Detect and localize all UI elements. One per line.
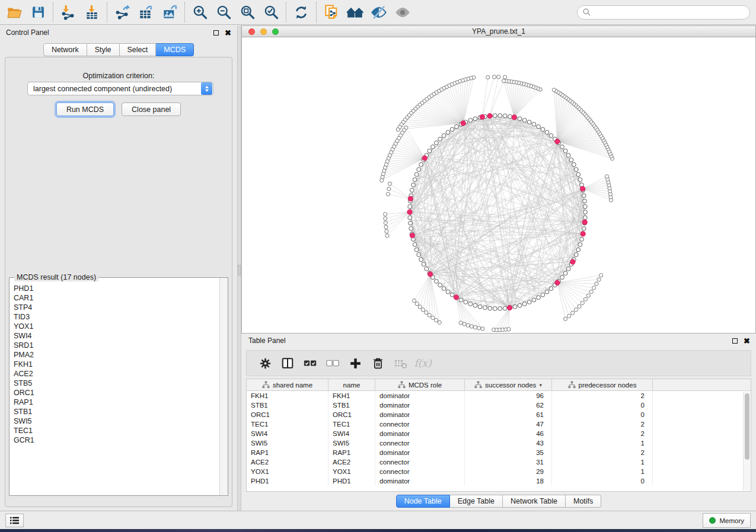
cell-shared-name[interactable]: PHD1 — [247, 476, 328, 486]
cell-successor-nodes[interactable]: 18 — [465, 476, 552, 486]
cell-MCDS-role[interactable]: connector — [375, 467, 465, 476]
network-titlebar[interactable]: YPA_prune.txt_1 — [242, 26, 755, 37]
apply-layout-icon[interactable] — [289, 2, 313, 23]
cell-MCDS-role[interactable]: dominator — [375, 400, 465, 410]
table-scrollbar[interactable] — [743, 392, 750, 491]
memory-button[interactable]: Memory — [703, 513, 751, 528]
cell-predecessor-nodes[interactable]: 1 — [552, 438, 653, 448]
table-row[interactable]: STB1STB1dominator620 — [247, 400, 751, 410]
cell-shared-name[interactable]: ACE2 — [247, 457, 328, 467]
mcds-node-item[interactable]: GCR1 — [14, 435, 219, 445]
clone-network-icon[interactable] — [320, 2, 343, 23]
import-table-icon[interactable] — [80, 2, 104, 23]
cell-shared-name[interactable]: ORC1 — [247, 410, 328, 419]
mcds-node-item[interactable]: ACE2 — [14, 369, 219, 379]
column-header-predecessor-nodes[interactable]: predecessor nodes — [552, 379, 653, 390]
cell-name[interactable]: ACE2 — [328, 457, 375, 467]
cell-name[interactable]: STB1 — [328, 400, 375, 410]
tab-motifs[interactable]: Motifs — [566, 495, 601, 508]
splitter-grip[interactable] — [238, 265, 241, 275]
cell-MCDS-role[interactable]: dominator — [375, 448, 465, 457]
mcds-node-item[interactable]: CAR1 — [14, 293, 219, 303]
cell-predecessor-nodes[interactable]: 1 — [552, 457, 653, 467]
open-session-icon[interactable] — [2, 2, 26, 23]
close-panel-icon[interactable]: ✖ — [225, 30, 231, 36]
delete-rows-icon[interactable] — [366, 353, 389, 373]
network-canvas[interactable] — [242, 37, 755, 333]
cell-successor-nodes[interactable]: 61 — [465, 410, 552, 419]
table-row[interactable]: PHD1PHD1dominator180 — [247, 476, 751, 486]
cell-predecessor-nodes[interactable]: 2 — [552, 448, 653, 457]
show-all-icon[interactable] — [391, 2, 414, 23]
mcds-node-item[interactable]: TEC1 — [14, 426, 219, 435]
cell-predecessor-nodes[interactable]: 2 — [552, 391, 653, 400]
column-header-shared-name[interactable]: shared name — [247, 379, 328, 390]
table-row[interactable]: FKH1FKH1dominator962 — [247, 391, 751, 400]
cell-MCDS-role[interactable]: connector — [375, 438, 465, 448]
vertical-splitter[interactable] — [237, 25, 241, 511]
cell-shared-name[interactable]: RAP1 — [247, 448, 328, 457]
mcds-node-item[interactable]: PMA2 — [14, 350, 219, 360]
cell-shared-name[interactable]: SWI5 — [247, 438, 328, 448]
cell-predecessor-nodes[interactable]: 0 — [552, 410, 653, 419]
cell-successor-nodes[interactable]: 35 — [465, 448, 552, 457]
mcds-node-item[interactable]: YOX1 — [14, 322, 219, 331]
float-panel-icon[interactable] — [213, 30, 219, 36]
cell-successor-nodes[interactable]: 47 — [465, 419, 552, 429]
cell-name[interactable]: TEC1 — [328, 419, 375, 429]
export-table-icon[interactable] — [134, 2, 158, 23]
table-row[interactable]: SWI5SWI5connector431 — [247, 438, 751, 448]
export-image-icon[interactable] — [158, 2, 181, 23]
cell-successor-nodes[interactable]: 31 — [465, 457, 552, 467]
mcds-node-item[interactable]: RAP1 — [14, 398, 219, 407]
mcds-node-item[interactable]: SWI4 — [14, 331, 219, 341]
table-row[interactable]: ACE2ACE2connector311 — [247, 457, 751, 467]
mcds-result-list[interactable]: PHD1CAR1STP4TID3YOX1SWI4SRD1PMA2FKH1ACE2… — [9, 280, 219, 495]
close-panel-button[interactable]: Close panel — [122, 102, 181, 116]
table-row[interactable]: ORC1ORC1dominator610 — [247, 410, 751, 419]
cell-name[interactable]: SWI4 — [328, 429, 375, 438]
close-panel-icon[interactable]: ✖ — [744, 338, 750, 344]
mcds-node-item[interactable]: FKH1 — [14, 360, 219, 369]
table-row[interactable]: TEC1TEC1connector472 — [247, 419, 751, 429]
scrollbar-thumb[interactable] — [745, 393, 749, 460]
search-box[interactable] — [577, 5, 750, 20]
cell-successor-nodes[interactable]: 29 — [465, 467, 552, 476]
cell-name[interactable]: ORC1 — [328, 410, 375, 419]
cell-name[interactable]: YOX1 — [328, 467, 375, 476]
cell-predecessor-nodes[interactable]: 1 — [552, 467, 653, 476]
tab-node-table[interactable]: Node Table — [396, 495, 450, 508]
cell-successor-nodes[interactable]: 43 — [465, 438, 552, 448]
table-row[interactable]: YOX1YOX1connector291 — [247, 467, 751, 476]
mcds-node-item[interactable]: SRD1 — [14, 341, 219, 350]
zoom-in-icon[interactable] — [188, 2, 212, 23]
tab-network[interactable]: Network — [43, 43, 87, 56]
cell-shared-name[interactable]: TEC1 — [247, 419, 328, 429]
zoom-out-icon[interactable] — [212, 2, 235, 23]
tab-select[interactable]: Select — [120, 43, 157, 56]
mcds-list-scrollbar[interactable] — [219, 278, 228, 495]
tab-style[interactable]: Style — [87, 43, 120, 56]
cell-successor-nodes[interactable]: 96 — [465, 391, 552, 400]
column-header-name[interactable]: name — [328, 379, 375, 390]
cell-shared-name[interactable]: STB1 — [247, 400, 328, 410]
tab-edge-table[interactable]: Edge Table — [450, 495, 503, 508]
tab-network-table[interactable]: Network Table — [503, 495, 566, 508]
cell-shared-name[interactable]: YOX1 — [247, 467, 328, 476]
float-panel-icon[interactable] — [732, 338, 738, 344]
export-network-icon[interactable] — [110, 2, 134, 23]
table-row[interactable]: SWI4SWI4dominator462 — [247, 429, 751, 438]
search-input[interactable] — [591, 8, 745, 17]
zoom-selected-icon[interactable] — [259, 2, 283, 23]
show-columns-icon[interactable] — [276, 353, 299, 373]
mcds-node-item[interactable]: STB5 — [14, 379, 219, 388]
cell-name[interactable]: SWI5 — [328, 438, 375, 448]
mcds-node-item[interactable]: SWI5 — [14, 416, 219, 426]
column-header-successor-nodes[interactable]: successor nodes▾ — [465, 379, 552, 390]
task-history-button[interactable] — [5, 514, 24, 527]
cell-successor-nodes[interactable]: 46 — [465, 429, 552, 438]
add-row-icon[interactable] — [344, 353, 366, 373]
cell-predecessor-nodes[interactable]: 2 — [552, 429, 653, 438]
cell-predecessor-nodes[interactable]: 2 — [552, 419, 653, 429]
cell-MCDS-role[interactable]: connector — [375, 457, 465, 467]
